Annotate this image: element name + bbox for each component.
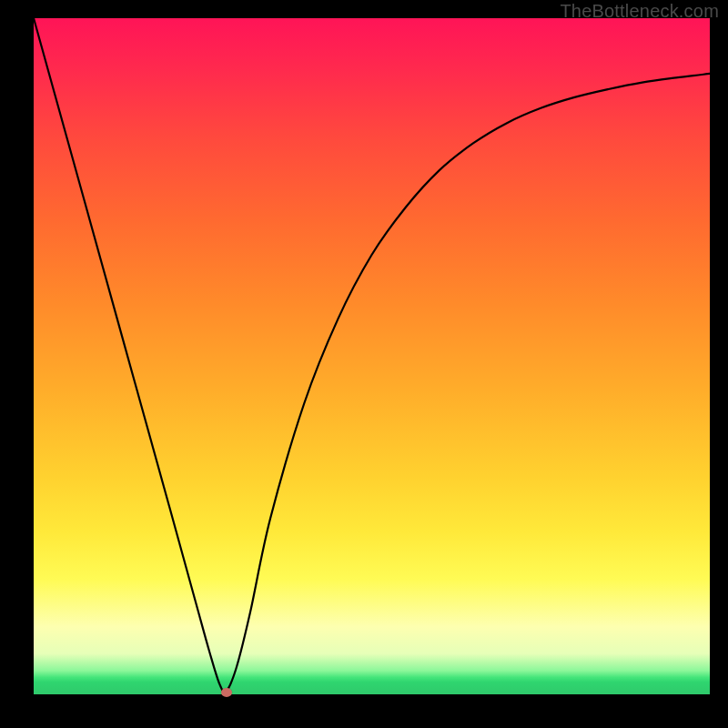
min-marker [221,688,232,697]
bottleneck-curve [34,18,710,694]
chart-frame: TheBottleneck.com [0,0,728,728]
watermark-label: TheBottleneck.com [560,2,719,20]
plot-area [34,18,710,694]
